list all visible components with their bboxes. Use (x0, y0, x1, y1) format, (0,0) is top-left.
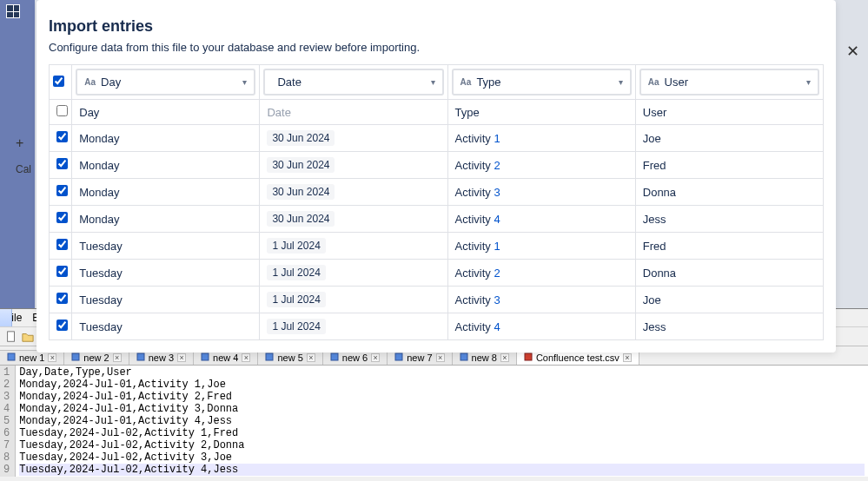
svg-rect-64 (461, 353, 467, 360)
row-checkbox[interactable] (56, 185, 68, 196)
tab-close-icon[interactable]: × (500, 353, 509, 362)
column-label: Type (476, 76, 500, 89)
cell-type: Activity 3 (447, 179, 635, 206)
row-checkbox[interactable] (56, 239, 68, 250)
tab-close-icon[interactable]: × (623, 353, 632, 362)
row-select-cell[interactable] (50, 100, 72, 125)
npp-tab-label: new 3 (149, 353, 174, 363)
tab-close-icon[interactable]: × (48, 353, 56, 362)
column-mapping-date[interactable]: Date ▾ (263, 69, 443, 96)
cell-type: Type (447, 100, 635, 125)
saved-file-icon (201, 353, 209, 363)
import-table: Aa Day ▾ Date ▾ (49, 64, 824, 340)
saved-file-icon (265, 353, 274, 363)
row-checkbox[interactable] (56, 158, 68, 169)
cell-date: 1 Jul 2024 (260, 260, 447, 287)
row-checkbox[interactable] (56, 105, 68, 116)
line-number: 5 (3, 415, 10, 427)
text-type-icon: Aa (648, 77, 659, 87)
code-line: Monday,2024-Jul-01,Activity 3,Donna (19, 403, 865, 415)
cell-date: 1 Jul 2024 (260, 313, 447, 340)
row-checkbox[interactable] (56, 266, 68, 277)
svg-rect-63 (395, 353, 402, 360)
npp-line-gutter: 123456789 (0, 366, 16, 477)
select-all-cell[interactable] (50, 65, 72, 100)
tab-close-icon[interactable]: × (436, 353, 445, 362)
row-select-cell[interactable] (50, 206, 72, 233)
calendar-label: Cal (16, 163, 31, 175)
line-number: 9 (3, 464, 10, 476)
row-select-cell[interactable] (50, 313, 72, 340)
code-line: Day,Date,Type,User (19, 366, 865, 379)
code-line: Tuesday,2024-Jul-02,Activity 4,Jess (19, 464, 865, 476)
cell-date: 30 Jun 2024 (260, 179, 447, 206)
new-file-icon[interactable] (3, 329, 18, 344)
svg-rect-60 (202, 353, 209, 360)
saved-file-icon (394, 353, 403, 363)
npp-text-area[interactable]: Day,Date,Type,UserMonday,2024-Jul-01,Act… (16, 366, 868, 477)
column-mapping-user[interactable]: Aa User ▾ (639, 69, 819, 96)
row-select-cell[interactable] (50, 287, 72, 313)
cell-day: Tuesday (72, 260, 260, 287)
row-checkbox[interactable] (56, 293, 68, 304)
row-checkbox[interactable] (56, 320, 68, 331)
row-select-cell[interactable] (50, 260, 72, 287)
npp-tab-label: new 1 (19, 353, 44, 363)
row-select-cell[interactable] (50, 179, 72, 206)
cell-user: Jess (635, 313, 823, 340)
tab-close-icon[interactable]: × (177, 353, 186, 362)
open-file-icon[interactable] (20, 329, 35, 344)
row-select-cell[interactable] (50, 125, 72, 152)
cell-type: Activity 1 (447, 125, 635, 152)
code-line: Monday,2024-Jul-01,Activity 1,Joe (19, 379, 865, 391)
npp-tab-label: Confluence test.csv (536, 353, 620, 363)
column-label: Date (277, 76, 301, 89)
cell-day: Monday (72, 179, 260, 206)
line-number: 3 (3, 391, 10, 403)
cell-date: 1 Jul 2024 (260, 287, 447, 313)
code-line: Tuesday,2024-Jul-02,Activity 1,Fred (19, 427, 865, 439)
select-all-checkbox[interactable] (53, 76, 64, 87)
cell-user: Joe (635, 125, 823, 152)
npp-editor[interactable]: 123456789 Day,Date,Type,UserMonday,2024-… (0, 366, 868, 477)
svg-rect-61 (266, 353, 273, 360)
column-label: Day (101, 76, 121, 89)
tab-close-icon[interactable]: × (371, 353, 380, 362)
row-checkbox[interactable] (56, 131, 68, 142)
cell-user: Donna (635, 260, 823, 287)
chevron-down-icon: ▾ (242, 77, 247, 87)
row-checkbox[interactable] (56, 212, 68, 223)
row-select-cell[interactable] (50, 233, 72, 260)
text-type-icon: Aa (84, 77, 96, 87)
svg-rect-57 (8, 353, 15, 360)
background-sidebar (0, 0, 35, 308)
cell-date: Date (260, 100, 447, 125)
cell-user: Donna (635, 179, 823, 206)
import-entries-modal: Import entries Configure data from this … (36, 0, 836, 353)
svg-rect-4 (7, 331, 14, 340)
cell-date: 30 Jun 2024 (260, 125, 447, 152)
tab-close-icon[interactable]: × (113, 353, 122, 362)
column-mapping-day[interactable]: Aa Day ▾ (76, 69, 255, 96)
cell-user: Joe (635, 287, 823, 313)
table-row: Monday30 Jun 2024Activity 4Jess (50, 206, 824, 233)
cell-day: Monday (72, 152, 260, 179)
cell-date: 30 Jun 2024 (260, 206, 447, 233)
add-icon[interactable]: + (16, 135, 23, 151)
cell-type: Activity 1 (447, 233, 635, 260)
modal-subtitle: Configure data from this file to your da… (49, 41, 824, 54)
table-row: Monday30 Jun 2024Activity 2Fred (50, 152, 824, 179)
code-line: Tuesday,2024-Jul-02,Activity 3,Joe (19, 451, 865, 464)
cell-type: Activity 4 (447, 313, 635, 340)
npp-title-corner (0, 309, 12, 326)
tab-close-icon[interactable]: × (242, 353, 250, 362)
cell-date: 30 Jun 2024 (260, 152, 447, 179)
tab-close-icon[interactable]: × (307, 353, 315, 362)
row-select-cell[interactable] (50, 152, 72, 179)
cell-day: Tuesday (72, 287, 260, 313)
close-icon[interactable]: ✕ (846, 42, 859, 61)
line-number: 7 (3, 439, 10, 451)
app-switcher-icon[interactable] (6, 4, 20, 18)
npp-tab-label: new 5 (277, 353, 302, 363)
column-mapping-type[interactable]: Aa Type ▾ (452, 69, 632, 96)
